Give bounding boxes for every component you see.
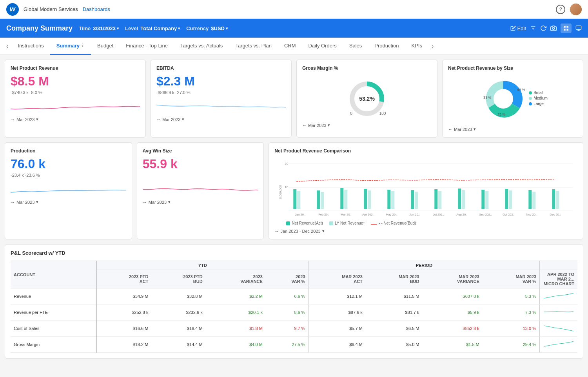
dashboard: Net Product Revenue $8.5 M -$740.3 k -8.… [0,55,588,377]
card-revenue-by-size-footer[interactable]: ↔ Mar 2023 ▾ [448,127,577,132]
card-gross-margin-title: Gross Margin % [302,65,432,71]
card-avg-win-size-footer[interactable]: ↔ Mar 2023 ▾ [143,199,258,205]
svg-rect-34 [388,190,391,209]
legend-large: Large [529,102,548,106]
cell-ytd-varp: -9.7 % [266,321,309,337]
tab-next-arrow[interactable]: › [428,40,437,53]
cell-per-bud: $6.5 M [366,321,423,337]
tab-summary[interactable]: Summary ⋮ [50,38,91,55]
edit-button[interactable]: Edit [510,25,526,31]
tab-more-icon: ⋮ [80,43,85,48]
svg-rect-47 [533,192,536,209]
svg-rect-27 [298,191,301,209]
cards-row-1: Net Product Revenue $8.5 M -$740.3 k -8.… [5,60,583,138]
micro-chart-svg [543,339,574,350]
cell-ytd-var: $4.0 M [206,337,266,353]
production-sparkline [11,181,126,196]
tab-instructions[interactable]: Instructions [11,38,50,55]
level-filter: Level Total Company ▾ [125,25,180,31]
tab-crm[interactable]: CRM [278,38,302,55]
card-ebitda-value: $2.3 M [156,74,286,89]
footer-chevron-icon-5: ▾ [36,199,38,205]
currency-value[interactable]: $USD ▾ [211,25,228,31]
user-avatar[interactable] [570,4,582,15]
present-icon[interactable] [575,25,582,31]
card-ebitda-delta: -$866.9 k -27.0 % [156,90,286,95]
card-net-revenue-comparison-footer[interactable]: ↔ Jan 2023 - Dec 2023 ▾ [274,228,577,234]
legend-color-act [286,221,290,225]
camera-icon[interactable] [550,25,557,31]
card-gross-margin-footer[interactable]: ↔ Mar 2023 ▾ [302,123,432,128]
cell-account: Revenue per FTE [11,304,96,321]
card-net-product-revenue-footer[interactable]: ↔ Mar 2023 ▾ [11,117,140,122]
svg-text:$,000,000: $,000,000 [279,185,283,199]
time-value[interactable]: 3/31/2023 ▾ [93,25,119,31]
legend-label-act: Net Revenue(Act) [292,221,323,225]
tab-budget[interactable]: Budget [91,38,120,55]
tab-daily-orders[interactable]: Daily Orders [302,38,343,55]
help-icon[interactable]: ? [556,5,565,14]
refresh-icon[interactable] [540,25,546,31]
tab-finance-top-line[interactable]: Finance - Top Line [120,38,174,55]
tab-sales[interactable]: Sales [343,38,368,55]
card-net-revenue-comparison: Net Product Revenue Comparison $,000,000… [269,142,583,239]
cell-ytd-bud: $18.4 M [151,321,205,337]
level-chevron-icon: ▾ [178,26,180,31]
card-production-footer[interactable]: ↔ Mar 2023 ▾ [11,199,126,205]
svg-rect-26 [294,189,297,209]
svg-rect-8 [576,26,581,29]
tab-prev-arrow[interactable]: ‹ [3,40,11,53]
svg-rect-45 [509,190,512,209]
nav-right: ? [556,4,582,15]
col-per-bud: MAR 2023BUD [366,270,423,288]
tab-targets-actuals[interactable]: Targets vs. Actuals [174,38,229,55]
svg-text:May 20..: May 20.. [386,213,397,216]
legend-label-small: Small [534,91,543,95]
bar-chart-svg: $,000,000 20 10 [274,160,577,217]
time-filter: Time 3/31/2023 ▾ [79,25,119,31]
cell-micro-chart [540,304,578,321]
card-production-delta: -23.4 k -23.6 % [11,173,126,178]
filter-icon[interactable] [530,25,536,31]
tab-production[interactable]: Production [368,38,405,55]
tab-kpis[interactable]: KPIs [405,38,428,55]
svg-rect-46 [529,190,532,209]
svg-rect-6 [564,29,566,31]
svg-rect-39 [439,191,442,209]
scorecard-table: ACCOUNT YTD PERIOD 2023 PTDACT 2023 PTDB… [11,261,577,353]
tab-targets-plan[interactable]: Targets vs. Plan [229,38,278,55]
svg-text:10: 10 [285,185,289,189]
tabs-bar: ‹ Instructions Summary ⋮ Budget Finance … [0,38,588,55]
pencil-icon [510,25,516,31]
svg-rect-29 [321,192,324,209]
card-avg-win-size: Avg Win Size 55.9 k ↔ Mar 2023 ▾ [137,142,264,239]
legend-dot-medium [529,97,532,100]
cell-per-var: -$852.8 k [422,321,482,337]
legend-medium: Medium [529,96,548,100]
footer-chevron-icon: ▾ [36,117,38,122]
grid-icon[interactable] [561,24,572,33]
footer-arrow-icon: ↔ [11,117,15,122]
legend-label-large: Large [534,102,544,106]
cell-ytd-act: $252.8 k [96,304,151,321]
col-group-ytd: YTD [96,261,309,270]
svg-rect-40 [458,188,461,209]
legend-label-bud: - - Net Revenue(Bud) [379,221,416,225]
nav-dashboards-link[interactable]: Dashboards [83,6,110,12]
svg-rect-37 [415,192,418,209]
svg-text:Oct 202..: Oct 202.. [503,213,515,216]
card-production-title: Production [11,148,126,154]
footer-arrow-icon-5: ↔ [11,200,15,205]
card-ebitda-footer[interactable]: ↔ Mar 2023 ▾ [156,117,286,122]
header-actions: Edit [510,24,582,33]
top-nav: w Global Modern Services Dashboards ? [0,0,588,19]
cell-per-var: $1.5 M [422,337,482,353]
level-value[interactable]: Total Company ▾ [140,25,180,31]
cell-micro-chart [540,337,578,353]
legend-label-medium: Medium [534,96,548,100]
page-title: Company Summary [6,24,73,33]
svg-text:43 %: 43 % [517,88,525,92]
svg-rect-41 [462,190,465,209]
currency-filter: Currency $USD ▾ [186,25,228,31]
level-label: Level [125,25,138,31]
